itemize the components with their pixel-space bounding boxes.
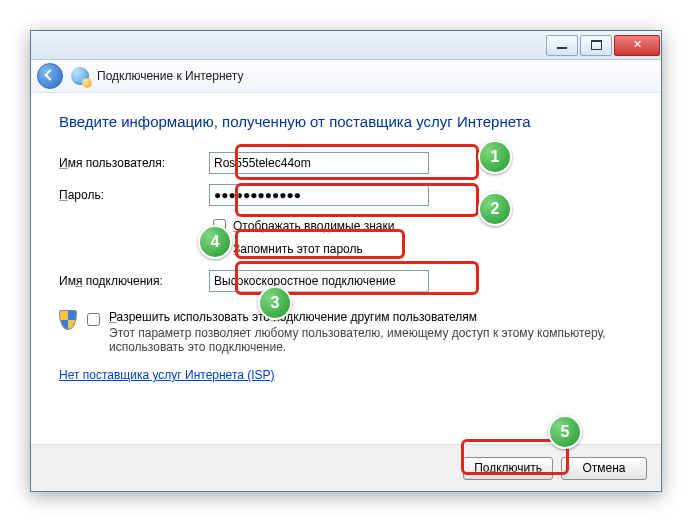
globe-icon xyxy=(71,67,89,85)
password-label: Пароль: xyxy=(59,188,209,202)
footer: Подключить Отмена xyxy=(31,444,661,491)
allow-others-checkbox[interactable] xyxy=(87,313,100,326)
minimize-button[interactable] xyxy=(546,35,578,56)
show-chars-checkbox[interactable] xyxy=(213,219,226,232)
titlebar xyxy=(31,31,661,60)
maximize-button[interactable] xyxy=(580,35,612,56)
username-row: Имя пользователя: xyxy=(59,152,633,174)
connection-name-input[interactable] xyxy=(209,270,429,292)
username-input[interactable] xyxy=(209,152,429,174)
remember-row: Запомнить этот пароль xyxy=(209,239,633,258)
back-button[interactable] xyxy=(37,63,63,89)
connect-button[interactable]: Подключить xyxy=(463,457,553,480)
window-title: Подключение к Интернету xyxy=(97,69,244,83)
allow-others-text: Разрешить использовать это подключение д… xyxy=(109,310,609,354)
show-chars-label: Отображать вводимые знаки xyxy=(233,219,395,233)
username-label: Имя пользователя: xyxy=(59,156,209,170)
connection-name-row: Имя подключения: xyxy=(59,270,633,292)
connection-name-label: Имя подключения: xyxy=(59,274,209,288)
no-isp-link[interactable]: Нет поставщика услуг Интернета (ISP) xyxy=(59,368,275,382)
nav-bar: Подключение к Интернету xyxy=(31,60,661,93)
allow-others-row: Разрешить использовать это подключение д… xyxy=(59,310,633,354)
password-row: Пароль: xyxy=(59,184,633,206)
cancel-button[interactable]: Отмена xyxy=(561,457,647,480)
dialog-window: Подключение к Интернету Введите информац… xyxy=(30,30,662,492)
page-heading: Введите информацию, полученную от постав… xyxy=(59,113,633,130)
allow-others-sub: Этот параметр позволяет любому пользоват… xyxy=(109,326,609,354)
close-button[interactable] xyxy=(614,35,660,56)
remember-label: Запомнить этот пароль xyxy=(233,242,363,256)
password-input[interactable] xyxy=(209,184,429,206)
shield-icon xyxy=(59,310,77,330)
content-area: Введите информацию, полученную от постав… xyxy=(31,93,661,394)
allow-others-label: Разрешить использовать это подключение д… xyxy=(109,310,609,324)
remember-checkbox[interactable] xyxy=(213,242,226,255)
show-chars-row: Отображать вводимые знаки xyxy=(209,216,633,235)
